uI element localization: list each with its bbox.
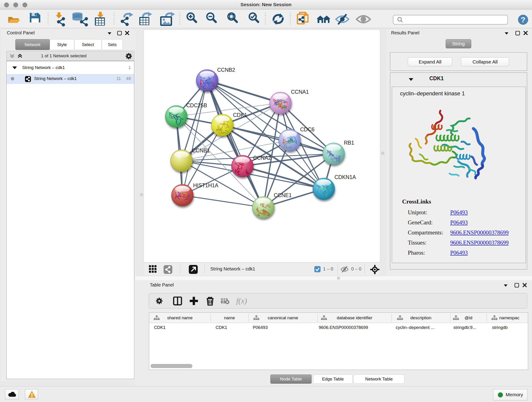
svg-text:f(x): f(x) (236, 297, 247, 305)
svg-text:CCNA2: CCNA2 (253, 155, 271, 161)
svg-text:CDKN1A: CDKN1A (335, 174, 356, 180)
svg-text:CCNE1: CCNE1 (274, 192, 292, 198)
svg-text:CCNB2: CCNB2 (217, 67, 235, 73)
svg-text:CDC6: CDC6 (300, 127, 315, 133)
svg-text:CCNA1: CCNA1 (291, 89, 309, 95)
svg-text:RB1: RB1 (344, 140, 354, 146)
svg-text:CDC25B: CDC25B (186, 102, 207, 108)
svg-text:CDK1: CDK1 (233, 112, 247, 118)
svg-text:HIST1H1A: HIST1H1A (193, 182, 219, 188)
svg-text:CCNB1: CCNB1 (192, 148, 210, 153)
svg-text:?: ? (521, 15, 526, 24)
